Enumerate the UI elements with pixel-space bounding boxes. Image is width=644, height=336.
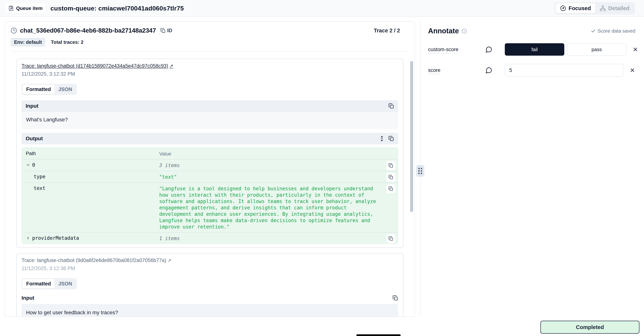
- focused-view-button[interactable]: Focused: [556, 3, 595, 13]
- row-key: 0: [32, 162, 35, 168]
- queue-item-screen: Queue item custom-queue: cmiacwel70041ad…: [0, 0, 644, 336]
- chevron-right-icon[interactable]: [26, 236, 30, 240]
- copy-output-button[interactable]: [388, 136, 394, 141]
- column-path: Path: [22, 148, 159, 159]
- format-tabs: Formatted JSON: [22, 84, 77, 95]
- output-json-table: Path Value 0 3 items: [22, 147, 398, 244]
- table-row: text "Langfuse is a tool designed to hel…: [22, 182, 398, 232]
- row-value: "text": [159, 171, 378, 182]
- tab-json[interactable]: JSON: [55, 279, 76, 288]
- page-title: custom-queue: cmiacwel70041ad060s7tlr75: [50, 5, 184, 12]
- screen-edge-bar: [356, 334, 400, 336]
- input-label: Input: [26, 103, 38, 109]
- row-value: 3 items: [159, 160, 378, 171]
- main-area: chat_536ed067-b86e-4eb6-882b-ba27148a234…: [0, 17, 644, 336]
- save-status: Score data saved: [591, 28, 636, 34]
- score-option-group: fail pass: [505, 43, 626, 56]
- detailed-view-label: Detailed: [608, 5, 630, 12]
- copy-input-button[interactable]: [388, 103, 394, 109]
- trace-link[interactable]: Trace: langfuse-chatbot (d174b1589072e43…: [22, 63, 173, 69]
- env-badge: Env: default: [11, 38, 45, 47]
- score-name-label: score: [428, 67, 484, 73]
- input-section-header: Input: [22, 295, 398, 301]
- queue-item-badge-label: Queue item: [16, 6, 43, 11]
- copy-row-button[interactable]: [386, 234, 395, 243]
- close-icon[interactable]: [632, 47, 638, 53]
- row-value: "Langfuse is a tool designed to help bus…: [159, 183, 378, 232]
- input-value: What's Langfuse?: [22, 112, 398, 129]
- annotate-panel: Annotate Score data saved custom-score: [428, 21, 644, 77]
- tree-icon: [600, 5, 606, 11]
- copy-row-button[interactable]: [386, 161, 395, 170]
- grip-dots-icon: [418, 168, 422, 174]
- traces-scroll-area[interactable]: Trace: langfuse-chatbot (d174b1589072e43…: [5, 52, 414, 317]
- clock-icon: [11, 27, 17, 34]
- completed-button[interactable]: Completed: [540, 321, 640, 334]
- save-status-label: Score data saved: [598, 28, 636, 34]
- input-value: How to get user feedback in my traces?: [22, 304, 398, 317]
- info-icon[interactable]: [462, 29, 467, 34]
- copy-row-button[interactable]: [386, 184, 395, 193]
- top-bar: Queue item custom-queue: cmiacwel70041ad…: [0, 0, 644, 17]
- input-label: Input: [22, 295, 34, 301]
- score-option-pass[interactable]: pass: [567, 43, 626, 56]
- table-row: 0 3 items: [22, 159, 398, 171]
- comment-icon[interactable]: [484, 67, 493, 74]
- output-section-header: Output: [22, 133, 398, 144]
- annotate-title: Annotate: [428, 27, 459, 35]
- tab-formatted[interactable]: Formatted: [22, 85, 55, 94]
- external-link-icon: ↗: [169, 63, 173, 69]
- input-section: Input What's Langfuse?: [22, 100, 398, 129]
- focused-view-label: Focused: [568, 5, 591, 12]
- close-icon[interactable]: [630, 67, 636, 73]
- copy-input-button[interactable]: [392, 295, 398, 301]
- output-label: Output: [26, 136, 43, 142]
- trace-link[interactable]: Trace: langfuse-chatbot (9d0a6f2e6de8670…: [22, 257, 172, 263]
- trace-link-label: Trace: langfuse-chatbot (d174b1589072e43…: [22, 63, 168, 69]
- table-row: providerMetadata 1 items: [22, 232, 398, 244]
- queue-item-badge: Queue item: [5, 3, 46, 13]
- trace-card: Trace: langfuse-chatbot (d174b1589072e43…: [16, 59, 404, 248]
- trace-card: Trace: langfuse-chatbot (9d0a6f2e6de8670…: [16, 253, 404, 317]
- score-row-custom-score: custom-score fail pass: [428, 43, 644, 56]
- trace-timestamp: 11/12/2025, 3:12:32 PM: [22, 71, 398, 77]
- score-row-score: score: [428, 64, 644, 77]
- unfold-vertical-icon[interactable]: [379, 136, 385, 141]
- clipboard-pen-icon: [8, 6, 14, 11]
- trace-preview-panel: chat_536ed067-b86e-4eb6-882b-ba27148a234…: [5, 21, 415, 317]
- check-icon: [591, 29, 596, 34]
- external-link-icon: ↗: [168, 258, 172, 263]
- id-label: ID: [167, 28, 172, 34]
- panel-resize-handle[interactable]: [416, 165, 424, 177]
- trace-timestamp: 11/12/2025, 3:12:36 PM: [22, 266, 398, 271]
- table-header-row: Path Value: [22, 148, 398, 159]
- table-row: type "text": [22, 171, 398, 182]
- tab-json[interactable]: JSON: [55, 85, 76, 94]
- total-traces-label: Total traces: 2: [51, 39, 84, 45]
- chevron-down-icon[interactable]: [26, 163, 30, 167]
- score-option-fail[interactable]: fail: [505, 43, 564, 56]
- vertical-scrollbar[interactable]: [410, 61, 413, 212]
- copy-id-button[interactable]: ID: [160, 28, 172, 34]
- format-tabs: Formatted JSON: [22, 278, 77, 289]
- score-name-label: custom-score: [428, 47, 484, 53]
- column-value: Value: [159, 148, 378, 159]
- row-key: providerMetadata: [32, 235, 79, 241]
- gauge-icon: [560, 5, 566, 11]
- trace-counter: Trace 2 / 2: [374, 28, 400, 34]
- row-key: text: [34, 185, 46, 191]
- queue-item-header: chat_536ed067-b86e-4eb6-882b-ba27148a234…: [5, 22, 414, 52]
- comment-icon[interactable]: [484, 46, 493, 53]
- view-mode-toggle: Focused Detailed: [554, 2, 635, 15]
- copy-row-button[interactable]: [386, 173, 395, 182]
- session-title: chat_536ed067-b86e-4eb6-882b-ba27148a234…: [20, 27, 156, 34]
- row-key: type: [34, 174, 46, 179]
- score-input[interactable]: [505, 64, 624, 77]
- detailed-view-button[interactable]: Detailed: [595, 3, 634, 13]
- copy-icon: [160, 28, 166, 33]
- trace-link-label: Trace: langfuse-chatbot (9d0a6f2e6de8670…: [22, 257, 166, 263]
- row-value: 1 items: [159, 233, 378, 244]
- tab-formatted[interactable]: Formatted: [22, 279, 55, 288]
